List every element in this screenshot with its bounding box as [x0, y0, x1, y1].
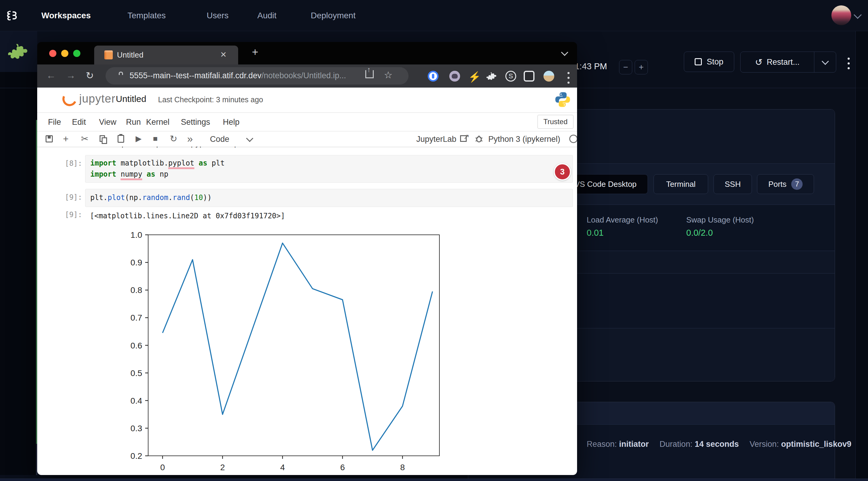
restart-main[interactable]: ↺ Restart... [741, 57, 814, 67]
cell9-prompt: [9]: [55, 193, 82, 201]
trusted-button[interactable]: Trusted [537, 115, 574, 129]
svg-text:0.2: 0.2 [130, 451, 142, 460]
nav-item-users[interactable]: Users [207, 11, 228, 21]
bookmark-star-icon[interactable]: ☆ [384, 69, 393, 81]
onepassword-extension-icon[interactable] [428, 71, 438, 82]
address-bar[interactable]: 5555--main--test--matifali.atif.cdr.dev/… [105, 67, 408, 85]
minimize-window-traffic-light[interactable] [61, 50, 68, 57]
interrupt-kernel-icon[interactable]: ■ [153, 134, 158, 143]
github-extension-icon[interactable] [449, 71, 460, 82]
close-window-traffic-light[interactable] [49, 50, 56, 57]
cell8-line2[interactable]: import numpy as np [90, 169, 572, 180]
browser-menu-kebab-icon[interactable] [567, 72, 569, 84]
run-cell-icon[interactable]: ▶ [135, 134, 142, 143]
chrome-profile-avatar[interactable] [544, 71, 554, 82]
dark-mode-extension-icon[interactable] [524, 71, 534, 82]
svg-text:0.4: 0.4 [130, 396, 142, 406]
puzzle-extension-icon[interactable] [487, 71, 497, 82]
page-scroll-gutter[interactable] [856, 31, 868, 481]
ports-count-badge: 7 [791, 179, 803, 190]
browser-window: Untitled ✕ + ← → ↻ 5555--main--test--mat… [37, 42, 577, 475]
save-icon[interactable] [45, 135, 53, 142]
swap-usage-label: Swap Usage (Host) [686, 215, 754, 225]
cell-type-select[interactable]: Code [210, 135, 229, 144]
nav-item-templates[interactable]: Templates [127, 11, 166, 21]
workspace-header-left [0, 31, 37, 72]
menu-kernel[interactable]: Kernel [146, 118, 169, 127]
cell8-line1[interactable]: import matplotlib.pyplot as plt [90, 158, 572, 169]
back-icon[interactable]: ← [46, 70, 56, 81]
restart-kernel-icon[interactable]: ↻ [170, 133, 177, 144]
user-avatar[interactable] [831, 5, 851, 25]
user-menu-chevron-down-icon[interactable] [854, 11, 862, 19]
zoom-window-traffic-light[interactable] [73, 50, 81, 57]
jupyter-logo-icon [60, 90, 79, 108]
svg-text:0.9: 0.9 [130, 258, 142, 267]
svg-text:0.8: 0.8 [130, 286, 142, 295]
restart-split-button[interactable]: ↺ Restart... [740, 52, 836, 72]
build-reason: Reason: initiator [587, 440, 649, 449]
restart-icon: ↺ [755, 57, 763, 67]
build-duration: Duration: 14 seconds [659, 440, 739, 449]
app-ssh-button[interactable]: SSH [714, 174, 752, 194]
workspace-more-menu[interactable] [847, 58, 850, 69]
restart-options[interactable] [814, 61, 836, 64]
menu-edit[interactable]: Edit [72, 118, 86, 127]
workspace-template-puzzle-icon [8, 43, 30, 62]
new-tab-button[interactable]: + [252, 46, 258, 59]
nav-item-workspaces[interactable]: Workspaces [41, 11, 91, 21]
cell9-line[interactable]: plt.plot(np.random.rand(10)) [86, 189, 572, 203]
notebook-title[interactable]: Untitled [116, 94, 146, 104]
cut-cells-icon[interactable]: ✂ [81, 133, 89, 144]
copy-cells-icon[interactable] [100, 135, 105, 142]
jupyter-brand: jupyter [79, 92, 116, 105]
screen: Workspaces Templates Users Audit Deploym… [0, 0, 868, 481]
stop-workspace-button[interactable]: Stop [684, 52, 734, 72]
top-navbar: Workspaces Templates Users Audit Deploym… [0, 0, 868, 31]
menu-view[interactable]: View [99, 118, 116, 127]
menu-settings[interactable]: Settings [181, 118, 210, 127]
build-version: Version: optimistic_liskov9 [749, 440, 851, 449]
kernel-name[interactable]: Python 3 (ipykernel) [488, 135, 560, 144]
browser-tab[interactable]: Untitled ✕ [94, 45, 238, 64]
paste-cells-icon[interactable] [118, 135, 124, 143]
bolt-extension-icon[interactable]: ⚡ [468, 71, 479, 82]
coder-logo-icon[interactable] [5, 8, 19, 23]
nav-item-audit[interactable]: Audit [257, 11, 277, 21]
menu-help[interactable]: Help [223, 118, 240, 127]
tab-close-icon[interactable]: ✕ [220, 50, 227, 59]
nav-item-deployment[interactable]: Deployment [311, 11, 355, 21]
output9-text: [<matplotlib.lines.Line2D at 0x7fd03f191… [90, 211, 285, 222]
app-ports-button[interactable]: Ports 7 [757, 174, 814, 194]
jupyter-toolbar: + ✂ ▶ ■ ↻ » Code JupyterLab ↗ Python 3 (… [37, 131, 577, 147]
cell-type-chevron-down-icon[interactable] [246, 135, 253, 142]
svg-text:8: 8 [400, 463, 405, 472]
svg-text:0.6: 0.6 [130, 341, 142, 350]
jupyter-favicon [104, 51, 113, 59]
insert-cell-icon[interactable]: + [63, 133, 69, 145]
url-text[interactable]: 5555--main--test--matifali.atif.cdr.dev/… [130, 71, 346, 81]
forward-icon[interactable]: → [66, 70, 75, 81]
code-cell-8[interactable]: import matplotlib.pyplot as plt import n… [85, 155, 573, 183]
open-jupyterlab-link[interactable]: JupyterLab [416, 135, 457, 144]
swap-usage-value: 0.0/2.0 [686, 228, 713, 238]
code-cell-9[interactable]: plt.plot(np.random.rand(10)) [85, 189, 573, 207]
load-average-label: Load Average (Host) [587, 215, 658, 225]
tab-search-chevron-down-icon[interactable] [561, 49, 568, 56]
restart-run-all-icon[interactable]: » [187, 133, 193, 145]
extension-s-icon[interactable]: S [505, 71, 516, 82]
menu-run[interactable]: Run [126, 118, 141, 127]
increase-time-button[interactable]: + [634, 60, 648, 74]
svg-text:4: 4 [280, 463, 285, 472]
debugger-bug-icon[interactable] [474, 134, 484, 143]
share-icon[interactable]: ↑ [365, 70, 374, 78]
decrease-time-button[interactable]: − [619, 60, 632, 74]
svg-text:0.7: 0.7 [130, 313, 142, 322]
app-terminal-button[interactable]: Terminal [654, 174, 708, 194]
cell8-prompt: [8]: [55, 159, 82, 168]
reload-icon[interactable]: ↻ [86, 70, 94, 81]
menu-file[interactable]: File [48, 118, 61, 127]
browser-tabstrip: Untitled ✕ + [37, 42, 577, 64]
jupyter-page: jupyter Untitled Last Checkpoint: 3 minu… [37, 88, 577, 475]
collaborator-count-badge[interactable]: 3 [554, 163, 571, 181]
